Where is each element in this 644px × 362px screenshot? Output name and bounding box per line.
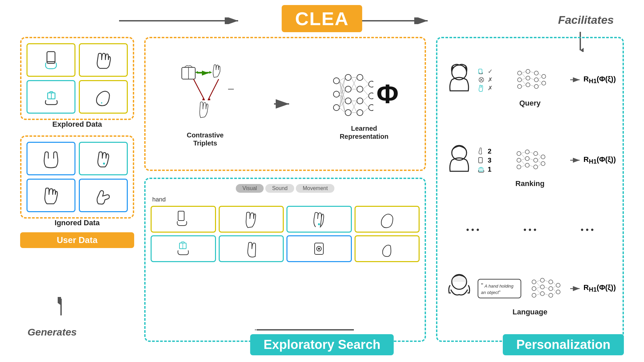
ranking-formula-text: RH1(Φ(ξ)) [584,155,616,165]
svg-point-123 [534,165,538,169]
svg-line-127 [521,154,525,159]
svg-line-132 [529,159,534,160]
query-item-3: ✗ [478,84,493,92]
right-panel: ✓ ✗ [436,37,624,342]
query-row: ✓ ✗ [444,62,616,97]
language-row: A hand holding an object" [444,271,616,306]
svg-line-106 [538,76,542,80]
svg-point-149 [549,293,553,297]
search-tabs: Visual Sound Movement [151,184,420,193]
svg-line-72 [363,101,369,108]
tab-sound[interactable]: Sound [265,184,294,193]
svg-point-141 [532,280,536,284]
svg-rect-82 [479,69,482,74]
svg-point-40 [345,110,351,116]
result-item-2 [219,206,284,233]
svg-point-92 [534,71,538,75]
svg-line-98 [522,73,526,78]
svg-point-148 [549,287,553,291]
svg-point-124 [541,155,545,159]
svg-marker-24 [209,71,212,74]
svg-line-29 [208,79,219,100]
dot-3: • • • [581,225,594,234]
ignored-data-section: Ignored Data [20,135,134,227]
svg-point-36 [333,105,339,111]
rank-num-3: 1 [488,166,491,173]
facilitates-label: Facilitates [558,13,614,26]
triplets-section: Contrastive Triplets [172,61,239,147]
query-info: ✓ ✗ [478,68,493,92]
ranking-item-2: 3 [478,157,491,164]
svg-point-118 [525,150,529,154]
ignored-icon-1 [26,142,75,175]
svg-line-130 [521,165,525,167]
ranking-formula: RH1(Φ(ξ)) [570,155,616,165]
bottom-center-arrow [255,326,356,335]
top-left-arrow [119,17,247,25]
ranking-row: 2 3 [444,143,616,178]
rank-num-1: 2 [488,147,491,155]
svg-point-35 [333,91,339,97]
result-item-7 [286,235,352,262]
svg-line-70 [363,89,369,96]
svg-line-126 [521,152,525,154]
svg-line-133 [529,165,534,167]
search-query-label: hand [151,196,420,203]
svg-line-107 [538,80,542,83]
svg-point-91 [526,83,530,87]
explored-data-label: Explored Data [20,120,134,129]
svg-point-41 [357,74,363,80]
clea-label: CLEA [295,8,349,29]
query-formula-text: RH1(Φ(ξ)) [584,75,616,85]
exploratory-search-ui-box: Visual Sound Movement hand [144,178,426,342]
svg-marker-26 [195,71,198,74]
svg-point-89 [526,69,530,73]
svg-point-96 [542,81,546,85]
language-formula-text: RH1(Φ(ξ)) [584,283,616,293]
svg-line-160 [553,282,556,285]
contrastive-box: Contrastive Triplets [144,37,426,171]
svg-point-86 [518,71,522,75]
svg-point-87 [518,78,522,82]
svg-point-80 [318,248,320,250]
user-data-badge: User Data [20,232,134,248]
dot-1: • • • [466,225,479,234]
svg-point-75 [318,223,320,225]
svg-point-88 [518,84,522,88]
svg-point-15 [101,102,102,104]
svg-point-145 [540,285,544,289]
learned-rep-label: Learned Representation [340,124,389,140]
svg-line-158 [544,287,549,289]
svg-line-131 [529,152,534,154]
svg-point-147 [549,280,553,284]
personalization-box: ✓ ✗ [436,37,624,342]
svg-point-142 [532,287,536,291]
language-section: A hand holding an object" [444,271,616,316]
svg-line-159 [544,294,549,295]
ranking-label: Ranking [444,179,616,188]
contrastive-label: Contrastive Triplets [187,131,224,147]
query-section: ✓ ✗ [444,62,616,108]
speech-bubble: A hand holding an object" [478,279,521,298]
svg-line-105 [538,73,542,76]
tab-movement[interactable]: Movement [296,184,334,193]
svg-line-103 [530,78,534,80]
svg-point-44 [357,110,363,116]
ignored-data-box [20,135,134,219]
result-item-1 [151,206,216,233]
triplet-diagram [172,61,239,128]
svg-line-129 [521,160,525,165]
ignored-icon-3 [26,179,75,212]
result-item-4 [355,206,420,233]
svg-point-95 [542,74,546,78]
tab-visual[interactable]: Visual [236,184,264,193]
clea-header: CLEA [282,5,362,32]
svg-line-104 [530,85,534,86]
query-person [444,62,474,97]
explored-data-box [20,37,134,120]
svg-line-137 [538,164,541,167]
svg-point-150 [556,283,560,287]
svg-point-121 [534,152,538,156]
svg-line-162 [553,289,556,292]
ranking-info: 2 3 [478,147,491,173]
